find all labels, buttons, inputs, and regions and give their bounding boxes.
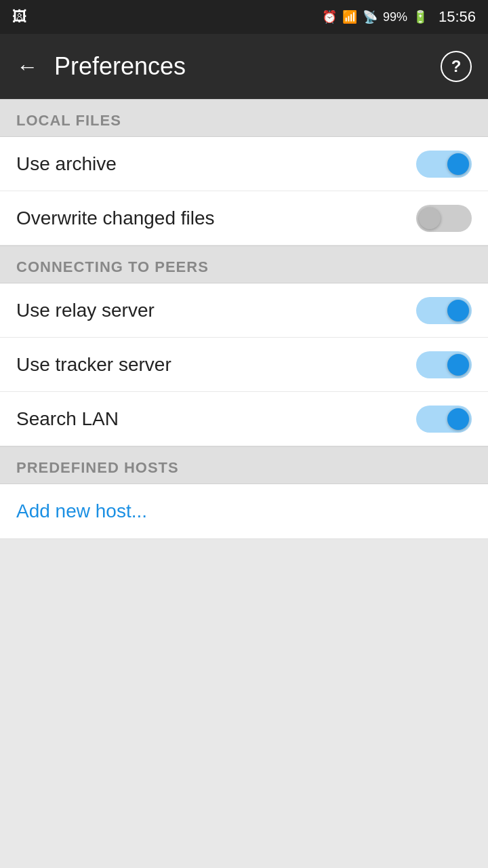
predefined-hosts-settings: Add new host... [0, 484, 488, 539]
preferences-content: LOCAL FILES Use archive Overwrite change… [0, 99, 488, 675]
use-archive-toggle[interactable] [416, 151, 472, 178]
local-files-settings: Use archive Overwrite changed files [0, 137, 488, 245]
app-bar: ← Preferences ? [0, 34, 488, 99]
connecting-to-peers-settings: Use relay server Use tracker server Sear… [0, 283, 488, 446]
section-header-local-files: LOCAL FILES [0, 99, 488, 137]
search-lan-thumb [447, 408, 469, 430]
alarm-icon: ⏰ [322, 9, 337, 24]
status-bar: 🖼 ⏰ 📶 📡 99% 🔋 15:56 [0, 0, 488, 34]
use-tracker-server-thumb [447, 354, 469, 376]
bottom-area [0, 539, 488, 675]
wifi-icon: 📶 [342, 9, 357, 24]
use-archive-label: Use archive [16, 153, 416, 175]
use-tracker-server-label: Use tracker server [16, 354, 416, 376]
overwrite-changed-files-label: Overwrite changed files [16, 208, 416, 229]
status-time: 15:56 [439, 8, 476, 26]
add-host-row: Add new host... [0, 484, 488, 539]
add-new-host-button[interactable]: Add new host... [16, 500, 147, 521]
battery-text: 99% [383, 10, 407, 24]
overwrite-changed-files-toggle[interactable] [416, 205, 472, 232]
section-header-connecting-to-peers: CONNECTING TO PEERS [0, 245, 488, 283]
search-lan-toggle[interactable] [416, 406, 472, 433]
section-header-predefined-hosts: PREDEFINED HOSTS [0, 446, 488, 484]
search-lan-label: Search LAN [16, 408, 416, 430]
setting-row-overwrite-changed-files: Overwrite changed files [0, 191, 488, 245]
setting-row-use-relay-server: Use relay server [0, 283, 488, 338]
setting-row-use-tracker-server: Use tracker server [0, 338, 488, 392]
use-relay-server-toggle[interactable] [416, 297, 472, 324]
signal-icon: 📡 [363, 9, 378, 24]
battery-icon: 🔋 [413, 9, 428, 24]
help-button[interactable]: ? [441, 51, 472, 82]
overwrite-changed-files-thumb [419, 208, 441, 229]
back-button[interactable]: ← [16, 56, 38, 77]
use-relay-server-label: Use relay server [16, 300, 416, 321]
page-title: Preferences [54, 52, 441, 81]
use-relay-server-thumb [447, 300, 469, 321]
setting-row-search-lan: Search LAN [0, 392, 488, 446]
use-tracker-server-toggle[interactable] [416, 351, 472, 378]
status-icons: ⏰ 📶 📡 99% 🔋 [322, 9, 428, 24]
setting-row-use-archive: Use archive [0, 137, 488, 191]
gallery-icon: 🖼 [12, 8, 27, 26]
use-archive-thumb [447, 153, 469, 175]
